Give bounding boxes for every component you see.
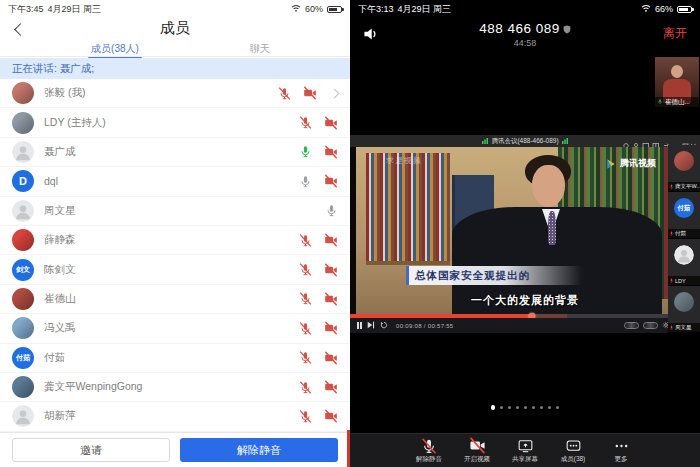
members-footer: 邀请 解除静音 xyxy=(0,432,350,467)
camera-off-icon xyxy=(324,233,338,247)
avatar xyxy=(12,376,34,398)
shared-screen[interactable]: 腾讯会议(488-466-089) 求是视频 xyxy=(350,135,700,333)
member-row[interactable]: 付茹付茹 xyxy=(0,344,350,373)
toolbar-item-more[interactable]: 更多 xyxy=(598,438,644,464)
battery-percent: 66% xyxy=(655,4,673,14)
video-watermark: 求是视频 xyxy=(386,155,422,166)
avatar: D xyxy=(12,170,34,192)
avatar: 剑文 xyxy=(12,259,34,281)
member-status-icons xyxy=(299,263,338,277)
meeting-id[interactable]: 488 466 089 xyxy=(350,21,700,36)
page-dot[interactable] xyxy=(532,406,536,410)
camera-off-icon xyxy=(324,292,338,306)
page-dot[interactable] xyxy=(524,406,528,410)
thumbnail-label: 周文星 xyxy=(668,323,700,332)
shared-video-content: 求是视频 腾讯视频 总体国家安全观提出的 一个大的发展的背景 xyxy=(350,147,700,314)
thumbnail-name: 龚文平W... xyxy=(675,183,700,190)
avatar xyxy=(674,292,694,312)
member-status-icons xyxy=(299,292,338,306)
member-row[interactable]: LDY (主持人) xyxy=(0,108,350,137)
pause-icon[interactable] xyxy=(357,322,362,329)
mic-active-icon xyxy=(657,98,663,106)
participant-thumbnail-strip[interactable]: 龚文平W...付茹付茹LDY周文星 xyxy=(668,145,700,333)
speed-pill[interactable] xyxy=(643,322,658,329)
toolbar-label: 解除静音 xyxy=(416,455,442,464)
mic-muted-icon xyxy=(299,351,312,364)
member-row[interactable]: 薛静森 xyxy=(0,226,350,255)
participant-thumbnail[interactable]: LDY xyxy=(668,239,700,286)
member-row[interactable]: 胡新萍 xyxy=(0,402,350,431)
pinned-tile-label: 崔德山... xyxy=(655,97,699,107)
member-name: 张毅 (我) xyxy=(44,86,85,100)
member-row[interactable]: 张毅 (我) xyxy=(0,79,350,108)
member-status-icons xyxy=(325,204,338,217)
toolbar-item-members[interactable]: 成员(38) xyxy=(550,438,596,464)
member-name: 崔德山 xyxy=(44,292,76,306)
members-panel: 下午3:45 4月29日 周三 60% 成员 成员(38人) 聊天 正在讲话: … xyxy=(0,0,350,467)
participant-thumbnail[interactable]: 付茹付茹 xyxy=(668,192,700,239)
player-controls: 00:09:08 / 00:57:55 xyxy=(350,318,700,333)
member-name: 胡新萍 xyxy=(44,409,76,423)
page-dot[interactable] xyxy=(508,406,512,410)
quality-pill[interactable] xyxy=(624,322,639,329)
chevron-right-icon[interactable] xyxy=(330,88,340,98)
member-row[interactable]: 周文星 xyxy=(0,197,350,226)
member-row[interactable]: 崔德山 xyxy=(0,285,350,314)
tab-chat[interactable]: 聊天 xyxy=(225,42,295,56)
pinned-tile-name: 崔德山... xyxy=(665,98,690,107)
speaker-face xyxy=(532,165,565,207)
member-list[interactable]: 张毅 (我)LDY (主持人)聂广成Ddql周文星薛静森剑文陈剑文崔德山冯义禹付… xyxy=(0,79,350,432)
member-row[interactable]: 龚文平WenpingGong xyxy=(0,373,350,402)
camera-off-icon xyxy=(324,174,338,188)
mic-muted-icon xyxy=(278,87,291,100)
member-row[interactable]: 剑文陈剑文 xyxy=(0,255,350,284)
toolbar-item-screen-share[interactable]: 共享屏幕 xyxy=(502,438,548,464)
shared-window-title-text: 腾讯会议(488-466-089) xyxy=(491,137,558,145)
unmute-all-button[interactable]: 解除静音 xyxy=(180,438,338,462)
leave-button[interactable]: 离开 xyxy=(663,25,687,42)
statusbar-date: 4月29日 周三 xyxy=(398,3,452,16)
page-dot[interactable] xyxy=(500,406,504,410)
member-name: 薛静森 xyxy=(44,233,76,247)
invite-button[interactable]: 邀请 xyxy=(12,438,170,462)
page-dot[interactable] xyxy=(516,406,520,410)
pinned-video-tile[interactable]: 崔德山... xyxy=(655,57,699,107)
avatar xyxy=(12,317,34,339)
app-screenshot: 下午3:45 4月29日 周三 60% 成员 成员(38人) 聊天 正在讲话: … xyxy=(0,0,700,467)
participant-thumbnail[interactable]: 龚文平W... xyxy=(668,145,700,192)
pinned-person-face xyxy=(671,65,683,78)
camera-off-icon xyxy=(324,116,338,130)
toolbar-label: 开启视频 xyxy=(464,455,490,464)
tab-chat-label: 聊天 xyxy=(250,43,270,54)
toolbar-item-mic-muted[interactable]: 解除静音 xyxy=(406,438,452,464)
meeting-id-text: 488 466 089 xyxy=(479,21,560,36)
page-dot[interactable] xyxy=(540,406,544,410)
tab-members[interactable]: 成员(38人) xyxy=(60,42,170,56)
loop-icon[interactable] xyxy=(380,321,388,330)
thumbnail-name: LDY xyxy=(675,278,686,284)
participant-thumbnail[interactable]: 周文星 xyxy=(668,286,700,333)
member-row[interactable]: Ddql xyxy=(0,167,350,196)
next-icon[interactable] xyxy=(367,321,375,330)
member-row[interactable]: 聂广成 xyxy=(0,138,350,167)
member-status-icons xyxy=(299,321,338,335)
video-subtitle: 一个大的发展的背景 xyxy=(356,293,694,308)
member-status-icons xyxy=(278,86,338,100)
mic-muted-icon xyxy=(299,292,312,305)
meeting-toolbar: 解除静音开启视频共享屏幕成员(38)更多 xyxy=(350,433,700,467)
play-logo-icon xyxy=(605,158,617,170)
page-dot[interactable] xyxy=(491,405,496,410)
camera-off-icon xyxy=(324,351,338,365)
page-dot[interactable] xyxy=(548,406,552,410)
toolbar-label: 共享屏幕 xyxy=(512,455,538,464)
mic-muted-icon xyxy=(299,263,312,276)
member-row[interactable]: 冯义禹 xyxy=(0,314,350,343)
page-dot[interactable] xyxy=(556,406,560,410)
member-name: 陈剑文 xyxy=(44,263,76,277)
toolbar-item-camera-off[interactable]: 开启视频 xyxy=(454,438,500,464)
mic-muted-icon xyxy=(299,116,312,129)
battery-icon xyxy=(677,6,692,13)
video-logo-text: 腾讯视频 xyxy=(620,157,656,170)
camera-off-icon xyxy=(469,438,486,454)
mic-muted-icon xyxy=(669,231,674,237)
